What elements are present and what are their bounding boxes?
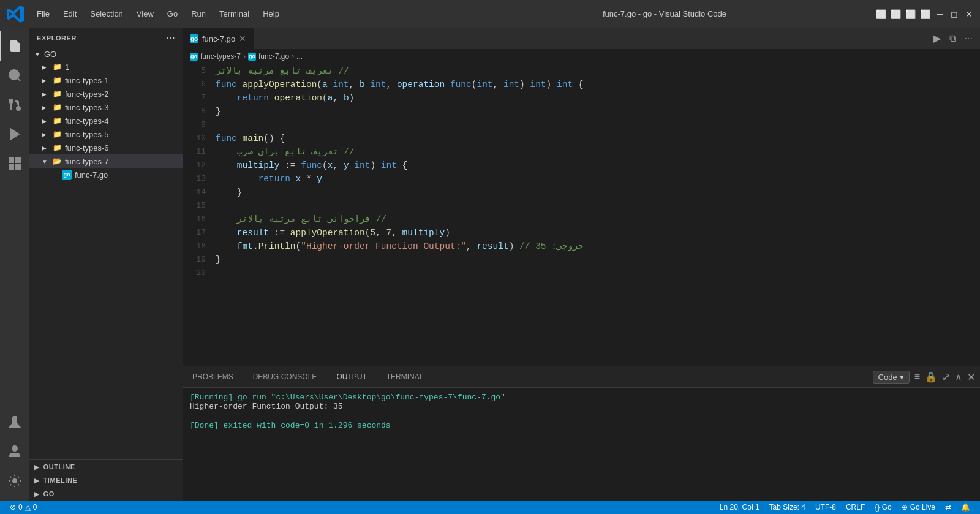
explorer-more-button[interactable]: ··· <box>166 32 175 43</box>
status-sync[interactable]: ⇄ <box>940 503 956 512</box>
tree-item-func-types-5[interactable]: ▶ 📁 func-types-5 <box>29 127 183 141</box>
window-layout-1-icon[interactable]: ⬜ <box>876 9 886 19</box>
dropdown-label: Code <box>878 372 897 382</box>
kw-return-7: return <box>237 91 274 105</box>
op-paren-18b: ) <box>509 240 514 253</box>
window-layout-3-icon[interactable]: ⬜ <box>905 9 915 19</box>
tab-terminal[interactable]: TERMINAL <box>377 369 434 385</box>
activity-account[interactable] <box>0 437 29 466</box>
output-running-text: [Running] go run "c:\Users\User\Desktop\… <box>190 393 505 402</box>
gear-icon <box>7 474 22 488</box>
breadcrumb-file[interactable]: func-7.go <box>258 52 289 61</box>
code-content[interactable]: // تعریف تابع مرتبه بالاتر func applyOpe… <box>213 64 980 366</box>
activity-test[interactable] <box>0 407 29 437</box>
outline-panel[interactable]: ▶ OUTLINE <box>29 460 183 474</box>
tree-item-func-types-3[interactable]: ▶ 📁 func-types-3 <box>29 100 183 114</box>
activity-debug[interactable] <box>0 119 29 149</box>
panel-clear-button[interactable]: ≡ <box>914 371 920 382</box>
menu-help[interactable]: Help <box>257 7 285 21</box>
go-panel[interactable]: ▶ GO <box>29 487 183 501</box>
code-line-11: // تعریف تابع برای ضرب <box>216 145 980 159</box>
kw-int-6: int <box>557 78 573 91</box>
status-cursor[interactable]: Ln 20, Col 1 <box>715 503 764 512</box>
menu-go[interactable]: Go <box>161 7 184 21</box>
window-layout-4-icon[interactable]: ⬜ <box>920 9 930 19</box>
panel-collapse-button[interactable]: ∧ <box>955 371 962 383</box>
bell-icon: 🔔 <box>961 503 970 512</box>
activity-explorer[interactable] <box>0 31 29 61</box>
tab-output[interactable]: OUTPUT <box>326 369 376 385</box>
tree-root-go[interactable]: ▼ GO <box>29 48 183 60</box>
more-actions-button[interactable]: ··· <box>962 32 975 45</box>
timeline-label: TIMELINE <box>43 477 78 484</box>
panel-lock-button[interactable]: 🔒 <box>925 371 937 383</box>
tree-item-func-types-1[interactable]: ▶ 📁 func-types-1 <box>29 74 183 87</box>
indent-7 <box>216 91 237 105</box>
output-line-running: [Running] go run "c:\Users\User\Desktop\… <box>190 393 973 402</box>
menu-file[interactable]: File <box>31 7 56 21</box>
output-source-dropdown[interactable]: Code ▾ <box>873 371 910 384</box>
tree-item-1[interactable]: ▶ 📁 1 <box>29 60 183 74</box>
output-panel: PROBLEMS DEBUG CONSOLE OUTPUT TERMINAL C… <box>183 366 980 501</box>
golive-icon: ⊕ <box>902 503 908 512</box>
svg-rect-8 <box>16 165 20 169</box>
status-errors[interactable]: ⊘ 0 △ 0 <box>5 503 42 512</box>
tree-item-ft3-label: func-types-3 <box>65 103 109 112</box>
tree-item-func7go[interactable]: ▶ go func-7.go <box>29 168 183 181</box>
activity-source-control[interactable] <box>0 90 29 119</box>
op-7: ( <box>322 91 328 105</box>
param-b: b <box>360 78 365 91</box>
activity-bar <box>0 28 29 501</box>
menu-run[interactable]: Run <box>185 7 212 21</box>
activity-search[interactable] <box>0 61 29 90</box>
line-num-9: 9 <box>183 118 206 132</box>
close-button[interactable]: ✕ <box>964 9 974 19</box>
menu-terminal[interactable]: Terminal <box>213 7 255 21</box>
op-paren-17b: ) <box>445 226 450 240</box>
output-done-text: [Done] exited with code=0 in 1.296 secon… <box>190 421 391 430</box>
var-fmt-18: fmt <box>237 240 253 253</box>
panel-close-button[interactable]: ✕ <box>967 371 975 383</box>
tree-item-func-types-4[interactable]: ▶ 📁 func-types-4 <box>29 114 183 127</box>
activity-settings[interactable] <box>0 466 29 496</box>
folder-ft2-arrow-icon: ▶ <box>42 91 51 97</box>
activity-extensions[interactable] <box>0 149 29 178</box>
op-comma-6c: , <box>493 78 503 91</box>
vscode-logo-icon <box>6 5 24 23</box>
window-layout-2-icon[interactable]: ⬜ <box>891 9 900 19</box>
folder-ft1-icon: 📁 <box>51 75 62 86</box>
status-eol[interactable]: CRLF <box>841 503 870 512</box>
timeline-panel[interactable]: ▶ TIMELINE <box>29 474 183 487</box>
split-editor-button[interactable]: ⧉ <box>947 32 959 45</box>
menu-view[interactable]: View <box>130 7 160 21</box>
menu-selection[interactable]: Selection <box>84 7 129 21</box>
tree-item-func-types-7[interactable]: ▼ 📂 func-types-7 <box>29 154 183 168</box>
warning-count: 0 <box>33 503 37 512</box>
tree-item-func-types-2[interactable]: ▶ 📁 func-types-2 <box>29 87 183 100</box>
op-space-12 <box>349 159 355 172</box>
breadcrumb-file-go-icon: go <box>248 53 256 61</box>
status-encoding[interactable]: UTF-8 <box>810 503 841 512</box>
code-editor[interactable]: 5 6 7 8 9 10 11 12 13 14 15 16 17 18 19 … <box>183 64 980 366</box>
breadcrumb-more[interactable]: ... <box>296 52 303 61</box>
panel-open-button[interactable]: ⤢ <box>942 371 950 383</box>
code-line-15 <box>216 199 980 213</box>
line-num-14: 14 <box>183 186 206 199</box>
param-x-12: x <box>328 159 333 172</box>
status-tab-size[interactable]: Tab Size: 4 <box>764 503 810 512</box>
run-button[interactable]: ▶ <box>931 31 943 45</box>
tab-debug-console[interactable]: DEBUG CONSOLE <box>243 369 327 385</box>
status-language[interactable]: {} Go <box>870 503 896 512</box>
tab-func7go[interactable]: go func-7.go ✕ <box>183 28 254 49</box>
status-bell[interactable]: 🔔 <box>956 503 975 512</box>
tab-close-button[interactable]: ✕ <box>239 34 246 43</box>
tree-item-func-types-6[interactable]: ▶ 📁 func-types-6 <box>29 141 183 154</box>
menu-edit[interactable]: Edit <box>57 7 83 21</box>
account-icon <box>7 444 22 459</box>
breadcrumb-folder[interactable]: func-types-7 <box>200 52 241 61</box>
code-line-9 <box>216 118 980 132</box>
status-golive[interactable]: ⊕ Go Live <box>897 503 940 512</box>
minimize-button[interactable]: ─ <box>935 9 944 19</box>
restore-button[interactable]: ◻ <box>949 9 959 19</box>
tab-problems[interactable]: PROBLEMS <box>183 369 243 385</box>
